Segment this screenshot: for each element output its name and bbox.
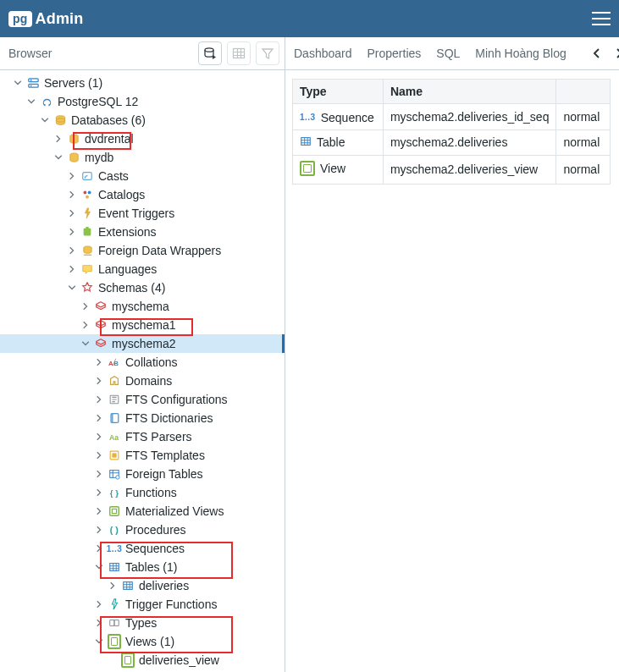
grid-header-type[interactable]: Type — [293, 80, 384, 104]
chevron-right-icon[interactable] — [93, 449, 105, 461]
tree-node-collations[interactable]: AB Collations — [0, 353, 285, 372]
grid-cell-status: normal — [556, 104, 611, 130]
database-play-icon — [203, 47, 217, 60]
chevron-right-icon[interactable] — [93, 412, 105, 424]
tree-node-deliveries[interactable]: deliveries — [0, 576, 285, 595]
tree-node-dvdrental[interactable]: dvdrental — [0, 129, 285, 148]
chevron-right-icon[interactable] — [93, 598, 105, 610]
menu-button[interactable] — [592, 11, 611, 26]
tree-node-views[interactable]: Views (1) — [0, 632, 285, 651]
table-grid-icon — [232, 47, 246, 60]
tab-properties[interactable]: Properties — [366, 47, 423, 60]
tree-node-schemas[interactable]: Schemas (4) — [0, 278, 285, 297]
tree-label-sequences: Sequences — [125, 542, 185, 555]
tree-node-myschema1[interactable]: myschema1 — [0, 316, 285, 334]
tree-node-sequences[interactable]: 1..3 Sequences — [0, 539, 285, 558]
grid-header-status[interactable] — [556, 80, 611, 104]
grid-row[interactable]: View myschema2.deliveries_view normal — [293, 155, 611, 184]
view-data-button[interactable] — [227, 41, 251, 65]
tab-dashboard[interactable]: Dashboard — [292, 47, 354, 60]
chevron-right-icon[interactable] — [93, 356, 105, 368]
chevron-right-icon[interactable] — [93, 468, 105, 480]
chevron-right-icon[interactable] — [107, 580, 119, 592]
tree-node-fts_dict[interactable]: FTS Dictionaries — [0, 409, 285, 427]
chevron-down-icon[interactable] — [93, 561, 105, 573]
tree-label-myschema: myschema — [112, 300, 169, 313]
tree-node-functions[interactable]: { } Functions — [0, 483, 285, 502]
chevron-right-icon[interactable] — [53, 133, 64, 145]
grid-row[interactable]: 1..3 Sequence myschema2.deliveries_id_se… — [293, 104, 611, 130]
tree-node-pg12[interactable]: PostgreSQL 12 — [0, 92, 285, 111]
tree-node-catalogs[interactable]: Catalogs — [0, 185, 285, 204]
grid-row[interactable]: Table myschema2.deliveries normal — [293, 129, 611, 155]
grid-cell-status: normal — [556, 155, 611, 184]
svg-rect-36 — [110, 620, 114, 626]
tree-node-myschema2[interactable]: myschema2 — [0, 334, 285, 353]
tree-label-functions: Functions — [125, 486, 177, 499]
chevron-right-icon[interactable] — [66, 226, 78, 238]
query-tool-button[interactable] — [198, 41, 222, 65]
tree-node-fdw[interactable]: Foreign Data Wrappers — [0, 241, 285, 260]
tree-node-fts_cfg[interactable]: FTS Configurations — [0, 390, 285, 409]
tree-node-types[interactable]: Types — [0, 614, 285, 632]
svg-point-7 — [30, 79, 31, 80]
chevron-right-icon[interactable] — [93, 505, 105, 517]
tree-node-servers[interactable]: Servers (1) — [0, 74, 285, 92]
svg-point-15 — [88, 190, 91, 194]
chevron-right-icon[interactable] — [80, 319, 91, 331]
tree-node-domains[interactable]: Domains — [0, 372, 285, 390]
tree-node-mydb[interactable]: mydb — [0, 148, 285, 167]
tree-node-languages[interactable]: Languages — [0, 260, 285, 278]
chevron-right-icon[interactable] — [93, 524, 105, 536]
tree-label-databases: Databases (6) — [71, 113, 146, 127]
tree-node-procedures[interactable]: ( ) Procedures — [0, 521, 285, 539]
tree-label-foreign_tables: Foreign Tables — [125, 467, 203, 481]
chevron-right-icon[interactable] — [93, 617, 105, 629]
chevron-right-icon[interactable] — [66, 170, 78, 182]
tree-node-event_triggers[interactable]: Event Triggers — [0, 204, 285, 223]
tree-node-foreign_tables[interactable]: Foreign Tables — [0, 465, 285, 483]
chevron-right-icon[interactable] — [66, 207, 78, 219]
chevron-down-icon[interactable] — [93, 636, 105, 647]
object-tree[interactable]: Servers (1) PostgreSQL 12 Databases (6) … — [0, 70, 285, 672]
chevron-right-icon[interactable] — [66, 245, 78, 256]
db-icon — [67, 151, 80, 164]
tree-node-casts[interactable]: Casts — [0, 167, 285, 185]
tree-node-deliveries_view[interactable]: deliveries_view — [0, 651, 285, 669]
chevron-down-icon[interactable] — [80, 338, 91, 350]
tab-blog[interactable]: Minh Hoàng Blog — [473, 47, 567, 60]
tree-label-domains: Domains — [125, 374, 172, 388]
tree-node-tables[interactable]: Tables (1) — [0, 558, 285, 576]
chevron-down-icon[interactable] — [53, 151, 64, 163]
filter-button[interactable] — [256, 41, 279, 65]
svg-rect-5 — [28, 78, 37, 81]
chevron-right-icon[interactable] — [93, 431, 105, 443]
chevron-down-icon[interactable] — [39, 114, 51, 126]
tree-node-matviews[interactable]: Materialized Views — [0, 502, 285, 521]
chevron-right-icon[interactable] — [93, 375, 105, 387]
chevron-right-icon[interactable] — [93, 394, 105, 405]
tree-node-fts_templates[interactable]: FTS Templates — [0, 446, 285, 465]
tree-label-languages: Languages — [98, 262, 157, 276]
chevron-right-icon[interactable] — [66, 263, 78, 275]
tab-scroll-right[interactable] — [614, 45, 619, 62]
chevron-right-icon[interactable] — [93, 487, 105, 498]
chevron-right-icon[interactable] — [93, 543, 105, 554]
func-icon: { } — [108, 486, 121, 499]
tree-node-databases[interactable]: Databases (6) — [0, 111, 285, 129]
tree-label-schemas: Schemas (4) — [98, 281, 165, 295]
chevron-right-icon[interactable] — [80, 300, 91, 312]
tab-sql[interactable]: SQL — [434, 47, 461, 60]
tree-node-myschema[interactable]: myschema — [0, 297, 285, 316]
grid-header-name[interactable]: Name — [383, 80, 556, 104]
chevron-down-icon[interactable] — [25, 96, 37, 107]
chevron-down-icon[interactable] — [66, 282, 78, 294]
chevron-right-icon[interactable] — [66, 189, 78, 201]
elephant-icon — [40, 95, 53, 108]
chevron-down-icon[interactable] — [12, 77, 24, 89]
tree-node-trigger_funcs[interactable]: Trigger Functions — [0, 595, 285, 614]
tree-label-casts: Casts — [98, 169, 129, 183]
tree-node-extensions[interactable]: Extensions — [0, 223, 285, 241]
tree-node-fts_parsers[interactable]: Aa FTS Parsers — [0, 427, 285, 446]
tab-scroll-left[interactable] — [592, 45, 602, 62]
